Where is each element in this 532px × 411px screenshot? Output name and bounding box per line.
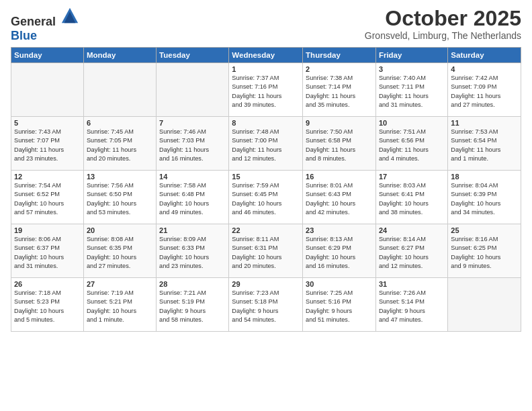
- calendar-cell: [157, 63, 229, 117]
- calendar-cell: 23Sunrise: 8:13 AM Sunset: 6:29 PM Dayli…: [303, 224, 376, 278]
- month-title: October 2025: [365, 7, 521, 30]
- day-number: 25: [451, 226, 518, 234]
- day-number: 16: [306, 173, 373, 181]
- day-info: Sunrise: 8:03 AM Sunset: 6:41 PM Dayligh…: [379, 181, 445, 217]
- day-number: 31: [379, 280, 445, 288]
- day-number: 27: [87, 280, 153, 288]
- day-number: 15: [232, 173, 300, 181]
- day-number: 29: [232, 280, 300, 288]
- day-info: Sunrise: 7:45 AM Sunset: 7:05 PM Dayligh…: [87, 128, 153, 163]
- calendar-cell: 18Sunrise: 8:04 AM Sunset: 6:39 PM Dayli…: [448, 171, 521, 224]
- calendar-week-2: 5Sunrise: 7:43 AM Sunset: 7:07 PM Daylig…: [11, 117, 521, 171]
- day-info: Sunrise: 7:43 AM Sunset: 7:07 PM Dayligh…: [14, 128, 81, 163]
- day-info: Sunrise: 7:50 AM Sunset: 6:58 PM Dayligh…: [306, 128, 373, 163]
- calendar-cell: 12Sunrise: 7:54 AM Sunset: 6:52 PM Dayli…: [11, 171, 84, 224]
- day-info: Sunrise: 7:26 AM Sunset: 5:14 PM Dayligh…: [379, 289, 445, 324]
- day-number: 19: [14, 226, 81, 234]
- day-number: 6: [87, 119, 153, 127]
- logo-blue: Blue: [11, 29, 37, 42]
- day-number: 4: [451, 65, 518, 73]
- calendar-week-3: 12Sunrise: 7:54 AM Sunset: 6:52 PM Dayli…: [11, 171, 521, 224]
- calendar-cell: 26Sunrise: 7:18 AM Sunset: 5:23 PM Dayli…: [11, 278, 84, 332]
- calendar-cell: 5Sunrise: 7:43 AM Sunset: 7:07 PM Daylig…: [11, 117, 84, 171]
- calendar-cell: 9Sunrise: 7:50 AM Sunset: 6:58 PM Daylig…: [303, 117, 376, 171]
- calendar-cell: 31Sunrise: 7:26 AM Sunset: 5:14 PM Dayli…: [375, 278, 447, 332]
- col-sunday: Sunday: [11, 48, 84, 63]
- calendar-cell: 4Sunrise: 7:42 AM Sunset: 7:09 PM Daylig…: [448, 63, 521, 117]
- day-info: Sunrise: 7:21 AM Sunset: 5:19 PM Dayligh…: [159, 289, 226, 324]
- day-number: 1: [232, 65, 300, 73]
- col-tuesday: Tuesday: [157, 48, 229, 63]
- subtitle: Gronsveld, Limburg, The Netherlands: [365, 30, 521, 41]
- day-info: Sunrise: 8:11 AM Sunset: 6:31 PM Dayligh…: [232, 235, 300, 271]
- calendar-cell: 1Sunrise: 7:37 AM Sunset: 7:16 PM Daylig…: [229, 63, 303, 117]
- calendar-cell: 10Sunrise: 7:51 AM Sunset: 6:56 PM Dayli…: [375, 117, 447, 171]
- calendar-cell: 2Sunrise: 7:38 AM Sunset: 7:14 PM Daylig…: [303, 63, 376, 117]
- calendar-cell: 14Sunrise: 7:58 AM Sunset: 6:48 PM Dayli…: [157, 171, 229, 224]
- day-info: Sunrise: 7:54 AM Sunset: 6:52 PM Dayligh…: [14, 181, 81, 217]
- day-info: Sunrise: 7:42 AM Sunset: 7:09 PM Dayligh…: [451, 74, 518, 109]
- calendar-cell: 21Sunrise: 8:09 AM Sunset: 6:33 PM Dayli…: [157, 224, 229, 278]
- day-info: Sunrise: 7:40 AM Sunset: 7:11 PM Dayligh…: [379, 74, 445, 109]
- day-info: Sunrise: 8:13 AM Sunset: 6:29 PM Dayligh…: [306, 235, 373, 271]
- col-friday: Friday: [375, 48, 447, 63]
- day-number: 20: [87, 226, 153, 234]
- calendar-cell: [448, 278, 521, 332]
- day-number: 17: [379, 173, 445, 181]
- day-number: 14: [159, 173, 226, 181]
- page-container: General Blue October 2025 Gronsveld, Lim…: [0, 0, 532, 337]
- calendar-cell: 17Sunrise: 8:03 AM Sunset: 6:41 PM Dayli…: [375, 171, 447, 224]
- col-monday: Monday: [83, 48, 156, 63]
- calendar-cell: 24Sunrise: 8:14 AM Sunset: 6:27 PM Dayli…: [375, 224, 447, 278]
- day-info: Sunrise: 7:23 AM Sunset: 5:18 PM Dayligh…: [232, 289, 300, 324]
- day-info: Sunrise: 8:14 AM Sunset: 6:27 PM Dayligh…: [379, 235, 445, 271]
- calendar-cell: 20Sunrise: 8:08 AM Sunset: 6:35 PM Dayli…: [83, 224, 156, 278]
- calendar-cell: 13Sunrise: 7:56 AM Sunset: 6:50 PM Dayli…: [83, 171, 156, 224]
- day-info: Sunrise: 8:09 AM Sunset: 6:33 PM Dayligh…: [159, 235, 226, 271]
- day-number: 23: [306, 226, 373, 234]
- calendar-cell: 19Sunrise: 8:06 AM Sunset: 6:37 PM Dayli…: [11, 224, 84, 278]
- day-info: Sunrise: 7:53 AM Sunset: 6:54 PM Dayligh…: [451, 128, 518, 163]
- day-info: Sunrise: 7:59 AM Sunset: 6:45 PM Dayligh…: [232, 181, 300, 217]
- day-info: Sunrise: 8:01 AM Sunset: 6:43 PM Dayligh…: [306, 181, 373, 217]
- day-info: Sunrise: 8:08 AM Sunset: 6:35 PM Dayligh…: [87, 235, 153, 271]
- day-info: Sunrise: 7:18 AM Sunset: 5:23 PM Dayligh…: [14, 289, 81, 324]
- calendar-header-row: Sunday Monday Tuesday Wednesday Thursday…: [11, 48, 521, 63]
- day-number: 12: [14, 173, 81, 181]
- calendar-cell: 30Sunrise: 7:25 AM Sunset: 5:16 PM Dayli…: [303, 278, 376, 332]
- day-info: Sunrise: 7:38 AM Sunset: 7:14 PM Dayligh…: [306, 74, 373, 109]
- day-number: 18: [451, 173, 518, 181]
- calendar-cell: 6Sunrise: 7:45 AM Sunset: 7:05 PM Daylig…: [83, 117, 156, 171]
- day-info: Sunrise: 7:56 AM Sunset: 6:50 PM Dayligh…: [87, 181, 153, 217]
- day-info: Sunrise: 7:51 AM Sunset: 6:56 PM Dayligh…: [379, 128, 445, 163]
- calendar-cell: 25Sunrise: 8:16 AM Sunset: 6:25 PM Dayli…: [448, 224, 521, 278]
- day-number: 28: [159, 280, 226, 288]
- day-number: 24: [379, 226, 445, 234]
- day-info: Sunrise: 7:37 AM Sunset: 7:16 PM Dayligh…: [232, 74, 300, 109]
- calendar-cell: [83, 63, 156, 117]
- logo: General Blue: [11, 7, 79, 43]
- col-saturday: Saturday: [448, 48, 521, 63]
- day-number: 11: [451, 119, 518, 127]
- logo-icon: [60, 7, 79, 26]
- day-info: Sunrise: 8:06 AM Sunset: 6:37 PM Dayligh…: [14, 235, 81, 271]
- day-number: 8: [232, 119, 300, 127]
- calendar-table: Sunday Monday Tuesday Wednesday Thursday…: [11, 47, 521, 332]
- calendar-week-5: 26Sunrise: 7:18 AM Sunset: 5:23 PM Dayli…: [11, 278, 521, 332]
- calendar-cell: 22Sunrise: 8:11 AM Sunset: 6:31 PM Dayli…: [229, 224, 303, 278]
- day-info: Sunrise: 8:04 AM Sunset: 6:39 PM Dayligh…: [451, 181, 518, 217]
- calendar-cell: [11, 63, 84, 117]
- day-number: 26: [14, 280, 81, 288]
- calendar-cell: 16Sunrise: 8:01 AM Sunset: 6:43 PM Dayli…: [303, 171, 376, 224]
- day-info: Sunrise: 7:58 AM Sunset: 6:48 PM Dayligh…: [159, 181, 226, 217]
- day-info: Sunrise: 7:46 AM Sunset: 7:03 PM Dayligh…: [159, 128, 226, 163]
- calendar-cell: 29Sunrise: 7:23 AM Sunset: 5:18 PM Dayli…: [229, 278, 303, 332]
- day-number: 5: [14, 119, 81, 127]
- day-number: 7: [159, 119, 226, 127]
- header: General Blue October 2025 Gronsveld, Lim…: [11, 7, 521, 43]
- col-thursday: Thursday: [303, 48, 376, 63]
- calendar-cell: 8Sunrise: 7:48 AM Sunset: 7:00 PM Daylig…: [229, 117, 303, 171]
- col-wednesday: Wednesday: [229, 48, 303, 63]
- calendar-cell: 27Sunrise: 7:19 AM Sunset: 5:21 PM Dayli…: [83, 278, 156, 332]
- title-section: October 2025 Gronsveld, Limburg, The Net…: [365, 7, 521, 41]
